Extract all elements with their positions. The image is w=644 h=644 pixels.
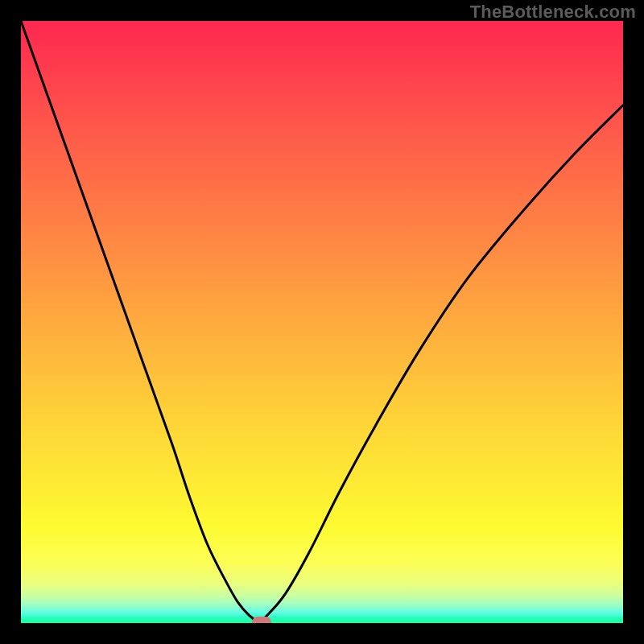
bottleneck-curve [21,21,623,623]
chart-frame: TheBottleneck.com [0,0,644,644]
plot-area [21,21,623,623]
watermark-text: TheBottleneck.com [470,2,636,23]
optimal-point-marker [252,617,271,624]
curve-path [21,21,623,621]
